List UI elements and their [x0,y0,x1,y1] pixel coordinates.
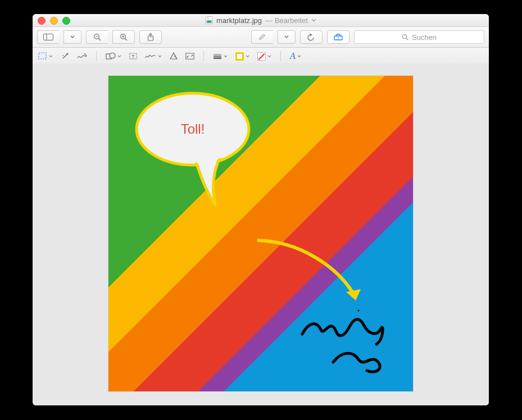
preview-window: marktplatz.jpg — Bearbeitet [33,14,489,405]
highlight-button[interactable] [251,30,273,44]
signature-icon [145,53,156,60]
minimize-window-button[interactable] [50,17,58,25]
chevron-down-icon [267,54,271,58]
toolbox-icon [334,34,343,40]
svg-line-9 [125,38,127,40]
sign-tool[interactable] [145,53,162,60]
border-color-tool[interactable] [235,52,249,61]
sketch-annotation[interactable] [302,310,383,372]
separator [203,51,204,61]
search-icon [402,34,408,40]
shapes-icon [106,52,116,60]
svg-point-15 [338,38,339,39]
window-controls [38,17,70,25]
arrow-annotation[interactable] [257,240,361,300]
svg-rect-3 [44,34,53,40]
fullscreen-window-button[interactable] [62,17,70,25]
svg-point-32 [358,310,360,312]
image-document[interactable]: Toll! [108,76,413,391]
main-toolbar: Suchen [33,27,489,48]
svg-rect-18 [39,53,46,59]
title-dropdown-chevron-icon[interactable] [311,19,316,22]
border-color-swatch [235,52,244,61]
titlebar: marktplatz.jpg — Bearbeitet [33,14,489,27]
markup-toolbar: T [33,48,489,65]
chevron-down-icon [49,54,53,58]
jpeg-file-icon [205,16,213,24]
search-placeholder: Suchen [412,33,437,42]
text-box-icon: T [129,52,137,60]
sketch-tool[interactable] [77,53,87,60]
zoom-out-button[interactable] [86,30,108,44]
chevron-down-icon [284,35,289,39]
adjust-size-tool[interactable] [185,53,194,60]
markup-toolbar-button[interactable] [327,30,349,44]
adjust-color-tool[interactable] [170,52,178,60]
title-group: marktplatz.jpg — Bearbeitet [205,16,316,25]
separator [280,51,281,61]
speech-bubble-text[interactable]: Toll! [181,121,205,136]
svg-line-6 [98,38,101,40]
chevron-down-icon [117,54,121,58]
text-style-tool[interactable]: A [290,51,301,61]
chevron-down-icon [297,54,301,58]
annotations-overlay: Toll! [108,76,413,391]
resize-icon [185,53,194,60]
title-status: — Bearbeitet [265,16,308,25]
separator [96,51,97,61]
pencil-squiggle-icon [77,53,87,60]
instant-alpha-tool[interactable] [61,52,69,61]
prism-icon [170,52,178,60]
fill-color-tool[interactable] [257,52,271,61]
svg-line-19 [63,54,67,58]
selection-rect-icon [38,52,47,60]
zoom-out-icon [93,33,101,41]
line-weight-icon [213,53,222,59]
share-icon [147,33,154,41]
title-filename: marktplatz.jpg [216,16,262,25]
chevron-down-icon [224,54,228,58]
font-style-icon: A [290,51,296,61]
svg-line-17 [406,38,408,40]
highlighter-icon [258,34,267,40]
sidebar-toggle-button[interactable] [37,30,59,44]
chevron-down-icon [70,35,75,39]
zoom-in-button[interactable] [112,30,135,44]
rotate-left-icon [307,33,315,41]
sidebar-menu-button[interactable] [63,30,81,44]
svg-point-2 [207,18,209,20]
fill-color-swatch [257,52,266,61]
shapes-tool[interactable] [106,52,121,60]
speech-bubble-shape[interactable] [137,93,249,205]
highlight-menu-button[interactable] [278,30,296,44]
text-tool[interactable]: T [129,52,137,60]
canvas-area[interactable]: Toll! [33,63,489,405]
search-field[interactable]: Suchen [354,30,484,44]
chevron-down-icon [246,54,249,58]
selection-tool[interactable] [38,52,53,60]
share-button[interactable] [139,30,162,44]
shape-style-tool[interactable] [213,53,228,59]
sidebar-icon [43,34,53,40]
rotate-button[interactable] [300,30,323,44]
svg-point-21 [110,53,115,58]
chevron-down-icon [158,54,162,58]
magic-wand-icon [61,52,69,61]
zoom-in-icon [120,33,128,41]
svg-point-16 [402,34,406,38]
close-window-button[interactable] [38,17,46,25]
svg-text:T: T [131,54,135,60]
